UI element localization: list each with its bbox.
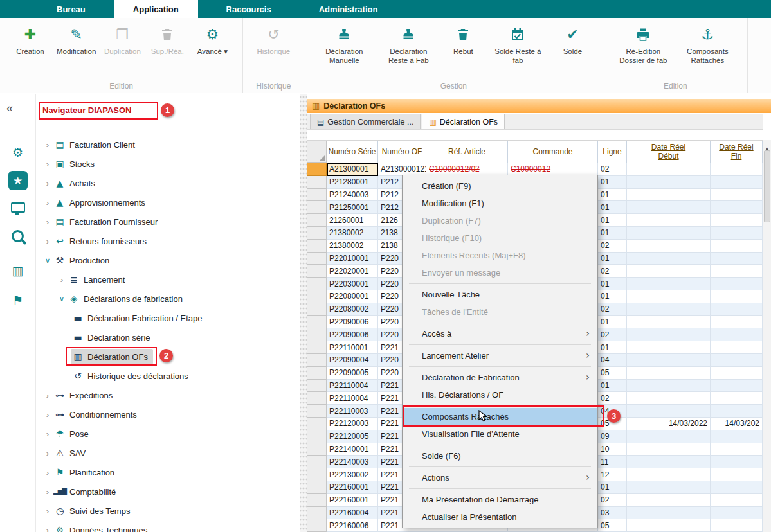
historique-button[interactable]: ↺Historique [251, 23, 296, 56]
row-selector[interactable] [307, 405, 327, 418]
tree-item-facturation-fournisseur[interactable]: ›▤Facturation Fournisseur [36, 212, 300, 231]
tree-item-expeditions[interactable]: ›⊶Expéditions [36, 386, 300, 405]
context-menu-item-nouvelle-tache[interactable]: Nouvelle Tâche [403, 286, 597, 303]
select-all-corner[interactable] [307, 141, 327, 163]
composants-rattaches-button[interactable]: ⚓Composants Rattachés [675, 23, 739, 66]
tree-item-suivi-des-temps[interactable]: ›◷Suivi des Temps [36, 501, 300, 520]
tree-item-conditionnements[interactable]: ›⊶Conditionnements [36, 405, 300, 424]
row-selector[interactable] [307, 443, 327, 456]
tree-item-historique-des-declarations[interactable]: ↺Historique des déclarations [36, 366, 300, 386]
chevron-right-icon[interactable]: › [42, 506, 53, 516]
tree-item-achats[interactable]: ›▲Achats [36, 173, 300, 193]
row-selector[interactable] [307, 341, 327, 354]
column-header-ref-article[interactable]: Réf. Article [426, 141, 508, 163]
tree-item-lancement[interactable]: ›≣Lancement [36, 270, 300, 289]
context-menu-item-declaration-de-fabrication[interactable]: Déclaration de Fabrication› [403, 369, 597, 386]
chevron-right-icon[interactable]: › [42, 410, 53, 420]
tree-item-donnees-techniques[interactable]: ›⚙Données Techniques [36, 520, 300, 532]
row-selector[interactable] [307, 265, 327, 278]
column-header-commande[interactable]: Commande [508, 141, 598, 163]
chevron-right-icon[interactable]: › [42, 391, 53, 400]
scrollbar-thumb[interactable] [764, 150, 770, 222]
chevron-right-icon[interactable]: › [42, 179, 53, 188]
rail-flag-icon[interactable]: ⚑ [0, 294, 35, 307]
modification-button[interactable]: ✎Modification [53, 23, 100, 56]
context-menu-item-his-declarations-of[interactable]: His. Déclarations / OF [403, 386, 597, 403]
context-menu-item-ma-presentation-de-demarrage[interactable]: Ma Présentation de Démarrage [403, 491, 597, 508]
chevron-right-icon[interactable]: › [42, 198, 53, 208]
row-selector[interactable] [307, 468, 327, 481]
row-selector[interactable] [307, 163, 327, 176]
row-selector[interactable] [307, 354, 327, 367]
column-header-date-reel-debut[interactable]: Date Réel Début [627, 141, 711, 163]
tree-item-retours-fournisseurs[interactable]: ›↩Retours fournisseurs [36, 231, 300, 251]
tab-gestion-commerciale[interactable]: ▤Gestion Commerciale ... [310, 114, 421, 129]
row-selector[interactable] [307, 240, 327, 253]
rebut-button[interactable]: Rebut [440, 23, 485, 56]
avance-button[interactable]: ⚙Avancé ▾ [190, 23, 235, 56]
row-selector[interactable] [307, 494, 327, 507]
tree-item-declarations-de-fabrication[interactable]: ∨◈Déclarations de fabrication [36, 289, 300, 308]
re-edition-dossier-de-fab-button[interactable]: Ré-Edition Dossier de fab [611, 23, 675, 66]
row-selector[interactable] [307, 519, 327, 532]
tree-item-pose[interactable]: ›☂Pose [36, 424, 300, 443]
context-menu-item-solde-f6[interactable]: Solde (F6) [403, 447, 597, 465]
declaration-manuelle-button[interactable]: Déclaration Manuelle [312, 23, 376, 66]
menu-tab-raccourcis[interactable]: Raccourcis [207, 0, 291, 18]
chevron-down-icon[interactable]: ∨ [42, 256, 53, 265]
row-selector[interactable] [307, 507, 327, 520]
context-menu-item-modification-f1[interactable]: Modification (F1) [403, 195, 597, 212]
rail-gear-icon[interactable]: ⚙ [0, 146, 35, 159]
context-menu-item-creation-f9[interactable]: Création (F9) [403, 177, 597, 195]
row-selector[interactable] [307, 303, 327, 316]
row-selector[interactable] [307, 456, 327, 468]
row-selector[interactable] [307, 316, 327, 329]
rail-search-icon[interactable] [0, 230, 35, 245]
chevron-right-icon[interactable]: › [42, 236, 53, 246]
row-selector[interactable] [307, 176, 327, 189]
context-menu-item-actualiser-la-presentation[interactable]: Actualiser la Présentation [403, 508, 597, 526]
chevron-right-icon[interactable]: › [42, 487, 53, 497]
row-selector[interactable] [307, 227, 327, 240]
tree-item-approvisionnements[interactable]: ›▲Approvisionnements [36, 193, 300, 212]
row-selector[interactable] [307, 328, 327, 341]
context-menu-item-actions[interactable]: Actions› [403, 469, 597, 486]
sidebar-splitter[interactable] [300, 94, 307, 532]
context-menu-item-lancement-atelier[interactable]: Lancement Atelier› [403, 347, 597, 364]
column-header-date-reel-fin[interactable]: Date Réel Fin [711, 141, 763, 163]
menu-tab-application[interactable]: Application [114, 0, 198, 18]
tree-item-sav[interactable]: ›⚠SAV [36, 443, 300, 463]
row-selector[interactable] [307, 201, 327, 214]
chevron-right-icon[interactable]: › [42, 468, 53, 477]
tree-item-facturation-client[interactable]: ›▤Facturation Client [36, 135, 300, 154]
tree-item-production[interactable]: ∨⚒Production [36, 251, 300, 270]
rail-star-icon[interactable]: ★ [0, 171, 35, 190]
chevron-right-icon[interactable]: › [42, 159, 53, 169]
row-selector[interactable] [307, 189, 327, 202]
menu-tab-administration[interactable]: Administration [300, 0, 397, 18]
tree-item-planification[interactable]: ›⚑Planification [36, 463, 300, 482]
menu-tab-bureau[interactable]: Bureau [37, 0, 105, 18]
table-row[interactable]: A21300001A2130000121C10000012/02C1000001… [307, 163, 763, 176]
row-selector[interactable] [307, 214, 327, 227]
vertical-scrollbar[interactable] [763, 140, 771, 532]
column-header-ligne[interactable]: Ligne [598, 141, 627, 163]
tree-item-declaration-fabrication-etape[interactable]: ▬Déclaration Fabrication / Etape [36, 308, 300, 328]
row-selector[interactable] [307, 430, 327, 443]
chevron-right-icon[interactable]: › [42, 448, 53, 458]
creation-button[interactable]: ✚Création [8, 23, 53, 56]
solde-button[interactable]: ✔Solde [550, 23, 595, 56]
row-selector[interactable] [307, 367, 327, 380]
context-menu-item-visualisation-file-d-attente[interactable]: Visualisation File d'Attente [403, 425, 597, 443]
row-selector[interactable] [307, 392, 327, 405]
chevron-right-icon[interactable]: › [42, 140, 53, 150]
column-header-numero-serie[interactable]: Numéro Série [327, 141, 378, 163]
sup-rea-button[interactable]: Sup./Réa. [145, 23, 190, 56]
row-selector[interactable] [307, 290, 327, 303]
collapse-sidebar-button[interactable]: « [6, 102, 13, 115]
rail-monitor-icon[interactable] [0, 200, 35, 215]
chevron-right-icon[interactable]: › [42, 429, 53, 439]
declaration-reste-a-fab-button[interactable]: Déclaration Reste à Fab [376, 23, 440, 66]
chevron-right-icon[interactable]: › [42, 526, 53, 532]
tree-item-stocks[interactable]: ›▣Stocks [36, 154, 300, 173]
